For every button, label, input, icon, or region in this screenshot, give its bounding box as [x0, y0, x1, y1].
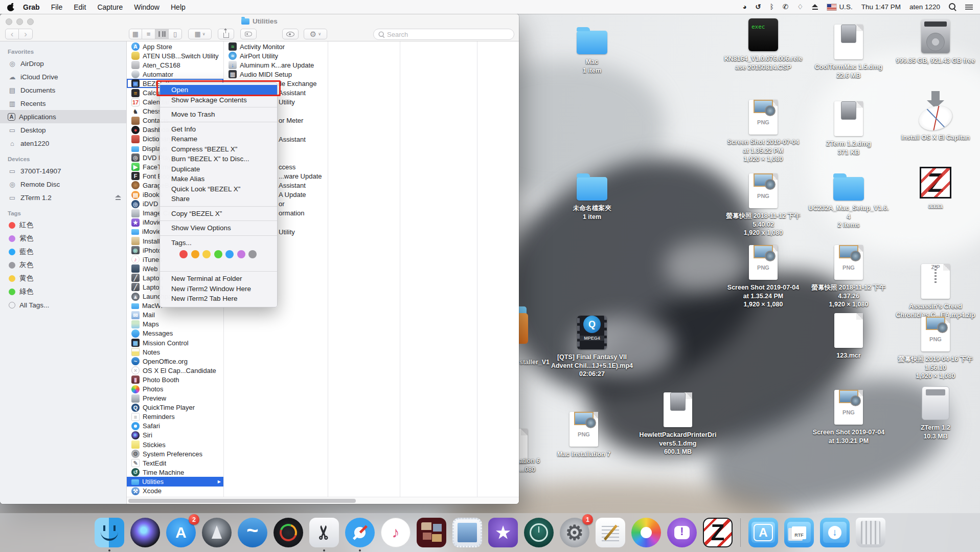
desktop-icon-999-35-gb-921-43-gb-free[interactable]: 999.35 GB, 921.43 GB free — [894, 19, 977, 65]
app-item-system-preferences[interactable]: ⚙System Preferences — [127, 449, 223, 458]
menubar-clock[interactable]: Thu 1:47 PM — [861, 3, 901, 11]
menubar-item-grab[interactable]: Grab — [17, 3, 45, 11]
desktop-icon-mac[interactable]: Mac1 item — [550, 24, 634, 75]
desktop-icon-screen-shot-2019-07-04[interactable]: PNGScreen Shot 2019-07-04at 1.30.21 PM — [807, 385, 891, 445]
menu-item-share[interactable]: Share — [160, 194, 277, 204]
sidebar-item-item[interactable]: 紫色 — [0, 232, 126, 245]
app-item-os-x-el-cap-candidate[interactable]: ×OS X El Cap...Candidate — [127, 366, 223, 375]
dock-item-time-machine[interactable] — [524, 518, 554, 547]
desktop-icon-qts-final-fantasy-vii[interactable]: QMPEG4[QTS] Final Fantasy VIIAdvent Chil… — [550, 312, 634, 379]
dock-item-dashboard[interactable] — [274, 518, 303, 547]
app-item-photos[interactable]: Photos — [127, 384, 223, 393]
desktop-icon-2019-04-16[interactable]: PNG螢幕快照 2019-04-16 下午1.56.101,920 × 1,08… — [894, 312, 977, 381]
tag-dot-icon[interactable] — [248, 250, 257, 258]
quick-look-button[interactable] — [282, 29, 299, 39]
dock-item-textedit[interactable] — [596, 518, 625, 547]
app-item-quicktime-player[interactable]: QQuickTime Player — [127, 403, 223, 412]
eject-icon[interactable] — [812, 4, 818, 10]
app-item-maps[interactable]: Maps — [127, 320, 223, 329]
dock-item-imovie[interactable] — [488, 518, 518, 547]
sidebar-item-3700t-14907[interactable]: ▭3700T-14907 — [0, 164, 126, 178]
desktop-icon-kn8164-v1-0-076-006-rele[interactable]: execKN8164_V1.0.076.006.release 20150814… — [721, 18, 805, 72]
desktop-icon-ation-6[interactable]: ation 6...080 — [519, 457, 596, 474]
bluetooth-icon[interactable] — [770, 4, 774, 11]
sidebar-item-item[interactable]: 紅色 — [0, 218, 126, 232]
sidebar-item-icloud-drive[interactable]: ☁iCloud Drive — [0, 70, 126, 83]
sidebar-item-item[interactable]: 藍色 — [0, 245, 126, 258]
sidebar-item-aten1220[interactable]: ⌂aten1220 — [0, 137, 126, 150]
menu-item-move-to-trash[interactable]: Move to Trash — [160, 109, 277, 120]
sidebar-item-applications[interactable]: AApplications — [0, 110, 126, 123]
sidebar-item-airdrop[interactable]: ◎AirDrop — [0, 57, 126, 70]
desktop-icon-screen-shot-2019-07-04[interactable]: PNGScreen Shot 2019-07-04at 1.35.22 PM1,… — [721, 95, 805, 164]
app-item-aten-usb-switch-utility[interactable]: ATEN USB...Switch Utility — [127, 51, 223, 60]
desktop-icon-item[interactable]: 未命名檔案夾1 item — [550, 170, 634, 221]
app-item-photo-booth[interactable]: ▮Photo Booth — [127, 375, 223, 384]
wifi-icon[interactable] — [797, 4, 803, 11]
menu-item-compress-bezel-x[interactable]: Compress “BEZEL X” — [160, 144, 277, 154]
dock-item-launchpad[interactable] — [202, 518, 232, 547]
dock-item-tips[interactable] — [667, 518, 697, 547]
menubar-item-help[interactable]: Help — [165, 3, 191, 11]
menubar-item-edit[interactable]: Edit — [68, 3, 92, 11]
menu-item-duplicate[interactable]: Duplicate — [160, 164, 277, 174]
menu-item-make-alias[interactable]: Make Alias — [160, 174, 277, 184]
dock-item-openoffice[interactable] — [238, 518, 267, 547]
pie-icon[interactable] — [742, 4, 746, 11]
menu-item-new-iterm2-tab-here[interactable]: New iTerm2 Tab Here — [160, 294, 277, 304]
tag-dot-icon[interactable] — [202, 250, 211, 258]
sidebar-item-item[interactable]: 黄色 — [0, 272, 126, 285]
column-view-button[interactable] — [155, 29, 169, 39]
dock-item-app-store[interactable]: 2 — [166, 518, 196, 547]
app-item-preview[interactable]: Preview — [127, 394, 223, 403]
utility-item-airport-utility[interactable]: ≈AirPort Utility — [224, 51, 328, 60]
dock-item-finder[interactable] — [95, 518, 124, 547]
menubar-item-file[interactable]: File — [45, 3, 69, 11]
desktop-icon-123-mcr[interactable]: 123.mcr — [807, 313, 891, 360]
dock-item-photo-collage[interactable] — [417, 518, 446, 547]
menu-item-show-view-options[interactable]: Show View Options — [160, 223, 277, 233]
dock-item-mail[interactable] — [452, 518, 482, 547]
app-item-reminders[interactable]: ≡Reminders — [127, 412, 223, 422]
desktop-icon-cooltermmac-1-5-dmg[interactable]: CoolTermMac 1.5.dmg22.6 MB — [807, 18, 891, 80]
desktop-icon-install-os-x-el-capitan[interactable]: Install OS X El Capitan — [894, 91, 977, 142]
app-item-utilities[interactable]: Utilities▶ — [127, 477, 223, 486]
app-item-textedit[interactable]: ✎TextEdit — [127, 458, 223, 468]
tag-dot-icon[interactable] — [191, 250, 199, 258]
desktop-icon-hewlettpackardprinterdri[interactable]: HewlettPackardPrinterDrivers5.1.dmg600.1… — [636, 386, 720, 456]
tag-dot-icon[interactable] — [214, 250, 222, 258]
dock-item-grab[interactable] — [309, 518, 339, 547]
menu-item-quick-look-bezel-x[interactable]: Quick Look “BEZEL X” — [160, 184, 277, 194]
app-item-messages[interactable]: Messages — [127, 329, 223, 338]
arrange-button[interactable]: ▦∨ — [188, 29, 212, 39]
menu-item-new-terminal-at-folder[interactable]: New Terminal at Folder — [160, 274, 277, 284]
desktop-icon-uc232a-mac-setup-v1-6[interactable]: UC232A_Mac_Setup_V1.6.42 items — [807, 170, 891, 230]
desktop-icon-staller-v1[interactable]: staller_V1 — [519, 358, 596, 367]
tag-dot-icon[interactable] — [179, 250, 188, 258]
desktop-icon-screen-shot-2019-07-04[interactable]: PNGScreen Shot 2019-07-04at 1.35.24 PM1,… — [721, 240, 805, 309]
action-button[interactable]: ⚙∨ — [304, 29, 327, 39]
app-item-openoffice-org[interactable]: ~OpenOffice.org — [127, 357, 223, 366]
app-item-mail[interactable]: ✉Mail — [127, 311, 223, 320]
column-divider[interactable] — [328, 41, 328, 497]
desktop-icon-2018-11-12[interactable]: PNG螢幕快照 2018-11-12 下午4.37.261,920 × 1,08… — [807, 240, 891, 309]
icon-view-button[interactable]: ▦ — [129, 29, 142, 39]
dock-item-safari[interactable] — [345, 518, 375, 547]
sidebar-item-documents[interactable]: ▤Documents — [0, 83, 126, 97]
phone-icon[interactable] — [783, 4, 788, 11]
utility-item-audio-midi-setup[interactable]: ▥Audio MIDI Setup — [224, 70, 328, 79]
app-item-aten-cs168[interactable]: Aten_CS168 — [127, 60, 223, 70]
column-divider[interactable] — [477, 41, 477, 497]
list-view-button[interactable]: ≡ — [142, 29, 155, 39]
menu-item-burn-bezel-x-to-disc[interactable]: Burn “BEZEL X” to Disc... — [160, 154, 277, 164]
timemachine-icon[interactable] — [756, 4, 761, 11]
dock-item-folder-downloads[interactable] — [820, 518, 850, 547]
scrollbar-thumb[interactable] — [128, 499, 356, 503]
dock-item-photos[interactable] — [631, 518, 661, 547]
app-item-app-store[interactable]: AApp Store — [127, 42, 223, 51]
coverflow-view-button[interactable]: ▯ — [169, 29, 182, 39]
share-button[interactable] — [218, 29, 234, 39]
menu-item-open[interactable]: Open — [160, 85, 277, 95]
menubar-item-capture[interactable]: Capture — [92, 3, 128, 11]
sidebar-item-recents[interactable]: ▥Recents — [0, 97, 126, 110]
